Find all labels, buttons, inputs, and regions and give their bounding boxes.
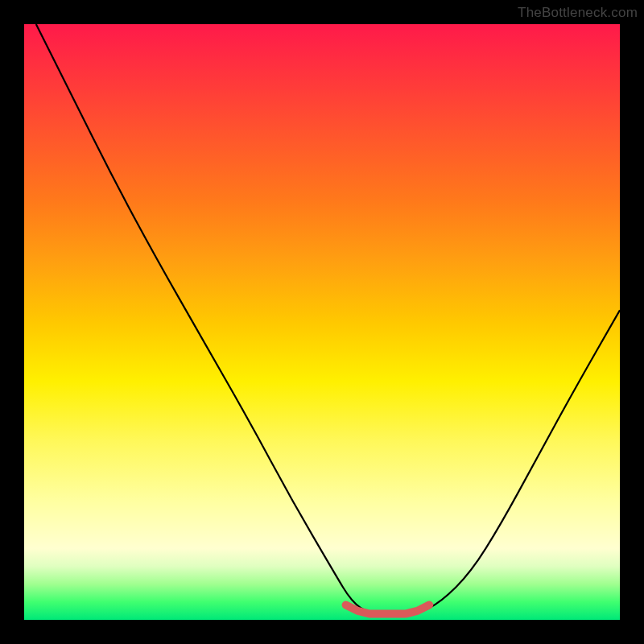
chart-svg <box>24 24 620 620</box>
main-curve-path <box>36 24 620 614</box>
plot-gradient-background <box>24 24 620 620</box>
highlight-band-path <box>346 605 430 614</box>
watermark-text: TheBottleneck.com <box>518 5 638 21</box>
chart-container: TheBottleneck.com <box>0 0 644 644</box>
